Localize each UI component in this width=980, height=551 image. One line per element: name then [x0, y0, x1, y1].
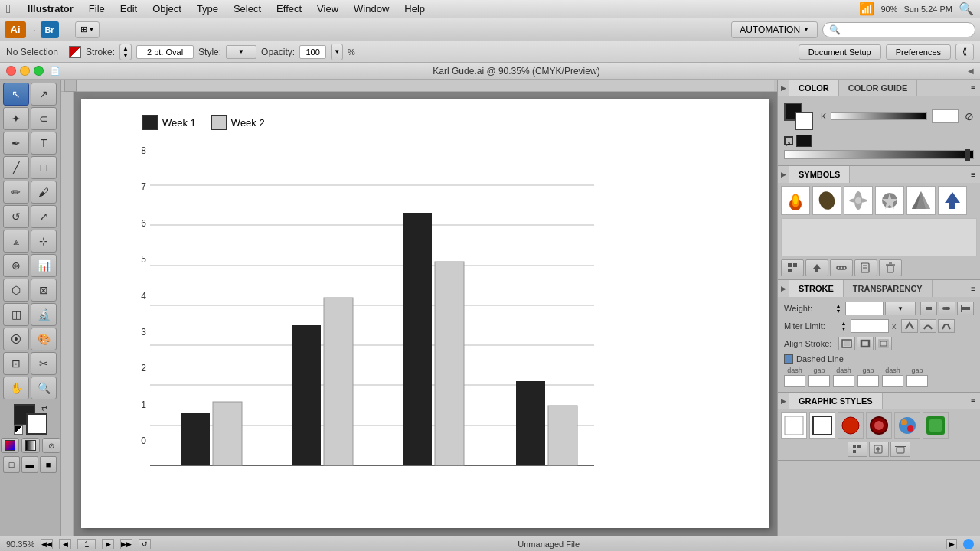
center-stroke-btn[interactable] [857, 337, 874, 350]
mesh-tool[interactable]: ⊠ [31, 279, 57, 302]
bar-grapes-week2[interactable] [435, 262, 464, 465]
bar-apples-week1[interactable] [516, 381, 545, 465]
outside-stroke-btn[interactable] [875, 337, 892, 350]
menu-effect[interactable]: Effect [269, 2, 309, 16]
gs-item-5[interactable] [894, 412, 920, 439]
pencil-tool[interactable]: ✏ [3, 181, 29, 204]
menu-window[interactable]: Window [346, 2, 397, 16]
view-mode-btn[interactable]: ⊞ ▼ [75, 21, 100, 38]
bar-apples-week2[interactable] [548, 406, 577, 465]
search-icon[interactable]: 🔍 [959, 2, 974, 16]
gs-item-2[interactable] [809, 412, 835, 439]
inside-stroke-btn[interactable] [838, 337, 855, 350]
hand-tool[interactable]: ✋ [3, 377, 29, 399]
dash2-input[interactable] [833, 375, 854, 387]
none-fill-btn[interactable]: ⊘ [42, 438, 60, 453]
symbol-item-pyramid[interactable] [906, 186, 936, 215]
color-fg-bg-indicator[interactable] [784, 103, 813, 130]
gs-item-3[interactable] [838, 412, 864, 439]
gs-new-btn[interactable] [869, 442, 889, 457]
pen-tool[interactable]: ✒ [3, 132, 29, 155]
preferences-button[interactable]: Preferences [886, 44, 951, 60]
color-btn[interactable] [1, 438, 19, 453]
collapse-triangle[interactable]: ▶ [778, 80, 789, 96]
magic-wand-tool[interactable]: ✦ [3, 107, 29, 130]
weight-unit-dropdown[interactable]: ▼ [885, 302, 916, 315]
new-symbol-btn[interactable] [854, 259, 877, 276]
stroke-color-swatch[interactable] [69, 46, 81, 58]
tab-color-guide[interactable]: COLOR GUIDE [839, 80, 918, 96]
projecting-cap-btn[interactable] [957, 302, 974, 315]
blend-tool[interactable]: ⦿ [3, 328, 29, 350]
symbol-item-flare[interactable] [844, 186, 873, 215]
scissors-tool[interactable]: ✂ [31, 352, 57, 375]
line-tool[interactable]: ╱ [3, 156, 29, 179]
active-color-swatch[interactable] [796, 135, 812, 147]
gs-collapse-triangle[interactable]: ▶ [778, 393, 789, 409]
miter-up-btn[interactable]: ▲ ▼ [838, 319, 849, 333]
eyedropper-tool[interactable]: 🔬 [31, 303, 57, 326]
bevel-join-btn[interactable] [938, 319, 955, 333]
menu-type[interactable]: Type [189, 2, 226, 16]
menu-select[interactable]: Select [226, 2, 269, 16]
tab-color[interactable]: COLOR [789, 80, 839, 96]
stroke-width-input[interactable]: 2 pt. Oval [136, 45, 194, 59]
collapse-icon[interactable]: ◀ [968, 67, 974, 75]
default-colors-btn[interactable] [14, 425, 23, 435]
dashed-checkbox[interactable] [784, 354, 793, 364]
bar-grapes-week1[interactable] [403, 213, 432, 465]
document-setup-button[interactable]: Document Setup [799, 44, 881, 60]
background-color[interactable] [26, 413, 47, 435]
normal-mode-btn[interactable]: □ [3, 456, 20, 473]
round-cap-btn[interactable] [939, 302, 956, 315]
blob-brush-tool[interactable]: 🖌 [31, 181, 57, 204]
minimize-window-btn[interactable] [20, 66, 30, 76]
stroke-options-icon[interactable]: ≡ [971, 280, 980, 297]
page-input[interactable]: 1 [77, 539, 96, 549]
gap1-input[interactable] [808, 375, 830, 387]
apple-menu[interactable]:  [6, 2, 11, 16]
search-bar[interactable]: 🔍 [822, 22, 975, 37]
warp-tool[interactable]: ⟁ [3, 230, 29, 253]
gap3-input[interactable] [906, 375, 928, 387]
dash3-input[interactable] [882, 375, 903, 387]
stroke-collapse-triangle[interactable]: ▶ [778, 280, 789, 297]
weight-up-btn[interactable]: ▲ ▼ [833, 302, 844, 315]
symbol-sprayer-tool[interactable]: ⊛ [3, 254, 29, 277]
bg-swatch[interactable] [795, 112, 813, 130]
menu-object[interactable]: Object [145, 2, 189, 16]
tab-symbols[interactable]: SYMBOLS [789, 166, 850, 183]
weight-value-input[interactable] [845, 302, 884, 315]
bar-bananas-week2[interactable] [213, 402, 242, 465]
extra-options-btn[interactable]: ⟪ [956, 44, 974, 60]
delete-symbol-btn[interactable] [879, 259, 902, 276]
automation-button[interactable]: AUTOMATION ▼ [731, 21, 818, 38]
k-value-input[interactable] [932, 109, 959, 123]
gs-options-icon[interactable]: ≡ [971, 393, 980, 409]
dash1-input[interactable] [784, 375, 805, 387]
prev-page-btn[interactable]: ◀◀ [41, 539, 53, 549]
symbols-options-icon[interactable]: ≡ [971, 166, 980, 183]
swap-colors-btn[interactable]: ⇄ [41, 404, 47, 412]
next-page-btn[interactable]: ▶▶ [120, 539, 132, 549]
close-window-btn[interactable] [6, 66, 16, 76]
panel-options-icon[interactable]: ≡ [971, 80, 980, 96]
style-dropdown[interactable]: ▼ [226, 45, 256, 59]
refresh-btn[interactable]: ↺ [139, 539, 151, 549]
k-slider[interactable] [831, 112, 927, 120]
zoom-tool[interactable]: 🔍 [31, 377, 57, 399]
miter-value-input[interactable] [851, 319, 889, 333]
stroke-arrows[interactable]: ▲ ▼ [119, 44, 132, 60]
maximize-window-btn[interactable] [34, 66, 44, 76]
direct-selection-tool[interactable]: ↗ [31, 83, 57, 106]
menu-help[interactable]: Help [397, 2, 433, 16]
menu-file[interactable]: File [81, 2, 113, 16]
butt-cap-btn[interactable] [920, 302, 937, 315]
play-btn[interactable]: ▶ [946, 539, 957, 549]
tab-graphic-styles[interactable]: GRAPHIC STYLES [789, 393, 883, 409]
symbol-item-star[interactable] [875, 186, 904, 215]
tab-transparency[interactable]: TRANSPARENCY [844, 280, 933, 297]
bar-bananas-week1[interactable] [181, 413, 210, 465]
gs-item-1[interactable] [781, 412, 807, 439]
gradient-bar-handle[interactable] [965, 149, 970, 161]
